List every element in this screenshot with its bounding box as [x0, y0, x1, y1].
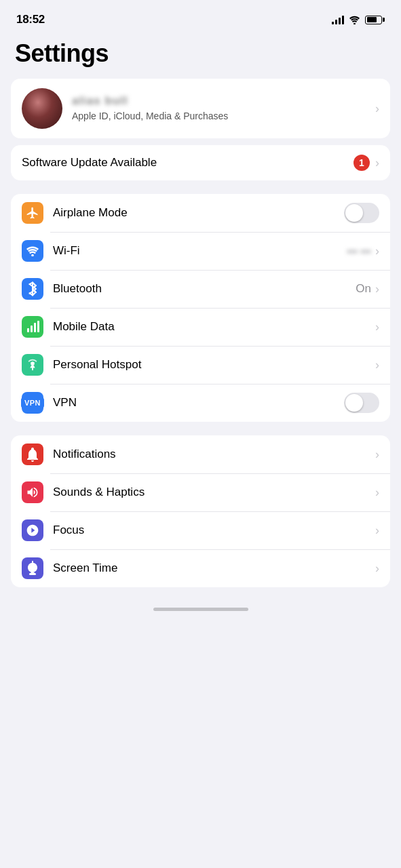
- software-update-label: Software Update Available: [22, 156, 354, 170]
- svg-rect-6: [31, 326, 33, 332]
- profile-card[interactable]: alias bull Apple ID, iCloud, Media & Pur…: [11, 79, 390, 138]
- mobile-data-row[interactable]: Mobile Data ›: [11, 308, 390, 346]
- screen-time-label: Screen Time: [53, 561, 375, 575]
- svg-rect-12: [31, 572, 35, 574]
- battery-icon: [365, 16, 385, 24]
- status-bar: 18:52: [0, 0, 401, 34]
- software-update-row[interactable]: Software Update Available 1 ›: [11, 145, 390, 180]
- vpn-text: VPN: [21, 397, 44, 408]
- system-section: Notifications › Sounds & Haptics › Focus…: [11, 435, 390, 587]
- airplane-mode-row[interactable]: Airplane Mode: [11, 194, 390, 232]
- home-indicator: [0, 594, 401, 618]
- svg-point-0: [354, 22, 356, 24]
- screen-time-row[interactable]: Screen Time ›: [11, 549, 390, 587]
- connectivity-section: Airplane Mode Wi-Fi ••• ••• ›: [11, 194, 390, 422]
- signal-icon: [332, 15, 344, 24]
- airplane-mode-toggle[interactable]: [344, 203, 379, 223]
- personal-hotspot-label: Personal Hotspot: [53, 358, 375, 372]
- focus-icon: [22, 519, 43, 541]
- mobile-data-label: Mobile Data: [53, 320, 375, 334]
- profile-row[interactable]: alias bull Apple ID, iCloud, Media & Pur…: [11, 79, 390, 138]
- vpn-toggle[interactable]: [344, 393, 379, 413]
- sounds-row[interactable]: Sounds & Haptics ›: [11, 473, 390, 511]
- personal-hotspot-row[interactable]: Personal Hotspot ›: [11, 346, 390, 384]
- bluetooth-row[interactable]: Bluetooth On ›: [11, 270, 390, 308]
- sounds-label: Sounds & Haptics: [53, 486, 375, 499]
- screen-time-chevron: ›: [375, 561, 379, 576]
- bluetooth-label: Bluetooth: [53, 282, 356, 296]
- personal-hotspot-chevron: ›: [375, 358, 379, 372]
- svg-rect-8: [37, 321, 39, 332]
- profile-subtitle: Apple ID, iCloud, Media & Purchases: [72, 110, 366, 122]
- wifi-value: ••• •••: [347, 245, 371, 257]
- notifications-chevron: ›: [375, 448, 379, 462]
- airplane-mode-icon: [22, 202, 43, 224]
- svg-rect-10: [32, 366, 33, 370]
- page-title: Settings: [0, 34, 401, 79]
- focus-label: Focus: [53, 524, 375, 537]
- wifi-chevron: ›: [375, 244, 379, 258]
- focus-chevron: ›: [375, 524, 379, 538]
- profile-chevron: ›: [375, 102, 379, 116]
- avatar: [22, 88, 62, 129]
- wifi-status-icon: [349, 16, 360, 24]
- svg-point-1: [31, 254, 34, 256]
- personal-hotspot-icon: [22, 354, 43, 376]
- profile-name: alias bull: [72, 94, 366, 108]
- sounds-chevron: ›: [375, 486, 379, 500]
- svg-rect-5: [27, 328, 29, 332]
- update-badge: 1: [354, 155, 370, 171]
- wifi-row[interactable]: Wi-Fi ••• ••• ›: [11, 232, 390, 270]
- bluetooth-chevron: ›: [375, 282, 379, 296]
- status-icons: [332, 15, 385, 24]
- airplane-mode-label: Airplane Mode: [53, 206, 344, 220]
- notifications-row[interactable]: Notifications ›: [11, 435, 390, 473]
- mobile-data-chevron: ›: [375, 320, 379, 334]
- sounds-icon: [22, 481, 43, 503]
- notifications-icon: [22, 443, 43, 465]
- screen-time-icon: [22, 557, 43, 579]
- software-update-card[interactable]: Software Update Available 1 ›: [11, 145, 390, 180]
- mobile-data-icon: [22, 316, 43, 338]
- notifications-label: Notifications: [53, 448, 375, 461]
- bluetooth-value: On: [356, 282, 371, 296]
- status-time: 18:52: [16, 13, 45, 26]
- vpn-icon: VPN: [22, 392, 43, 414]
- update-chevron: ›: [375, 156, 379, 170]
- vpn-label: VPN: [53, 396, 344, 410]
- svg-rect-7: [34, 323, 36, 332]
- focus-row[interactable]: Focus ›: [11, 511, 390, 549]
- profile-info: alias bull Apple ID, iCloud, Media & Pur…: [72, 94, 366, 122]
- vpn-row[interactable]: VPN VPN: [11, 384, 390, 422]
- bluetooth-icon: [22, 278, 43, 300]
- wifi-icon: [22, 240, 43, 262]
- wifi-label: Wi-Fi: [53, 244, 347, 258]
